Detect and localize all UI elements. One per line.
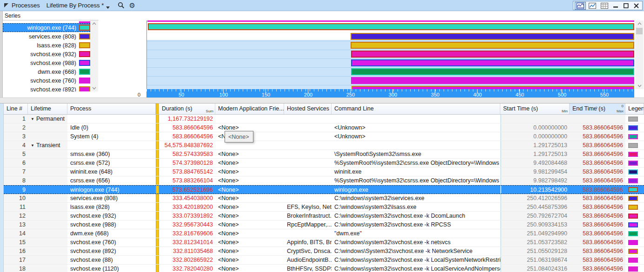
- col-header-end-time[interactable]: End Time (s) 0 Max: [570, 104, 625, 114]
- time-axis-ruler[interactable]: 050100150200250300350400450500550: [146, 89, 634, 97]
- lifetime-chart[interactable]: 050100150200250300350400450500550: [99, 11, 644, 103]
- scroll-down-icon[interactable]: [90, 85, 98, 91]
- col-header-lifetime[interactable]: Lifetime: [28, 104, 67, 114]
- series-scrollbar[interactable]: [90, 20, 98, 91]
- cell-end-time: [570, 115, 625, 123]
- series-item[interactable]: services.exe (808): [3, 32, 90, 41]
- cell-duration: 583.866064596: [159, 132, 215, 141]
- cell-modern-app: <None>: [215, 159, 284, 167]
- col-header-command-line[interactable]: Command Line: [332, 104, 500, 114]
- panel-splitter[interactable]: [0, 97, 644, 103]
- preset-dropdown-caret-icon[interactable]: [106, 4, 110, 7]
- chart-bar[interactable]: [351, 77, 634, 84]
- cell-lifetime: ▼Permanent: [28, 115, 67, 123]
- chart-bar[interactable]: [148, 23, 634, 30]
- table-row[interactable]: 12 svchost.exe (932) 333.073391892 <None…: [4, 212, 644, 220]
- table-row[interactable]: 10 services.exe (808) 333.454038000 <Non…: [4, 194, 644, 203]
- col-header-start-time[interactable]: Start Time (s)Min: [500, 104, 570, 114]
- expander-triangle-icon[interactable]: ▼: [31, 142, 34, 149]
- scroll-thumb[interactable]: [636, 28, 643, 34]
- table-row[interactable]: 16 svchost.exe (892) 332.811035468 <None…: [4, 247, 644, 256]
- cell-hosted-services: [284, 159, 332, 167]
- cell-line-number: 2: [4, 123, 28, 132]
- col-header-duration[interactable]: Duration (s)Sum: [159, 104, 215, 114]
- table-row[interactable]: 13 svchost.exe (988) 332.956730443 <None…: [4, 220, 644, 229]
- cell-hosted-services: [284, 132, 332, 141]
- collapse-triangle-icon[interactable]: [4, 3, 9, 8]
- chart-gridline: [147, 67, 634, 68]
- chart-bar[interactable]: [351, 68, 634, 75]
- cell-duration: 333.454038000: [159, 194, 215, 202]
- table-row[interactable]: 2 Idle (0) 583.866064596 <None> <Unknown…: [4, 123, 644, 132]
- cell-end-time: 583.866064596: [570, 141, 625, 149]
- chart-plot-area[interactable]: [146, 20, 634, 89]
- aggregation-label: Max: [617, 109, 624, 113]
- cell-process: Idle (0): [67, 123, 156, 132]
- table-row[interactable]: 4 ▼Transient 54,575.848387692 1.29172501…: [4, 141, 644, 150]
- table-row[interactable]: 3 System (4) 583.866064596 <No <Unknown>…: [4, 132, 644, 141]
- table-row[interactable]: 5 smss.exe (360) 582.574339583 <None> \S…: [4, 150, 644, 159]
- cell-line-number: 1: [4, 115, 28, 123]
- series-panel-header: Series: [3, 11, 99, 20]
- col-header-hosted-services[interactable]: Hosted Services: [284, 104, 332, 114]
- chart-bar[interactable]: [351, 59, 634, 66]
- cell-duration: 332.812341014: [159, 238, 215, 246]
- graphing-element-bar[interactable]: [156, 104, 159, 114]
- cell-command-line: <Unknown>: [332, 132, 500, 141]
- chart-and-table-view-button[interactable]: [575, 2, 586, 10]
- chart-bar[interactable]: [351, 42, 634, 49]
- series-item[interactable]: dwm.exe (668): [3, 67, 90, 76]
- cell-modern-app: <None>: [215, 203, 284, 211]
- chart-scrollbar[interactable]: [635, 20, 644, 89]
- series-item[interactable]: svchost.exe (932): [3, 50, 90, 58]
- cell-modern-app: <None>: [215, 168, 284, 176]
- cell-line-number: 7: [4, 168, 28, 176]
- table-row[interactable]: 17 svchost.exe (88) 332.802865922 <None>…: [4, 256, 644, 265]
- chart-bar[interactable]: [352, 86, 635, 89]
- table-row[interactable]: 14 dwm.exe (668) 332.816769606 <None> "d…: [4, 229, 644, 238]
- scroll-up-icon[interactable]: [90, 20, 98, 27]
- minimize-icon[interactable]: [611, 2, 620, 10]
- gear-icon[interactable]: ⚙: [128, 1, 136, 10]
- graphing-element-bar: [156, 159, 159, 167]
- legend-swatch: [628, 134, 638, 139]
- table-row[interactable]: 7 wininit.exe (648) 573.884765142 <None>…: [4, 168, 644, 176]
- series-item[interactable]: winlogon.exe (744): [3, 23, 90, 32]
- series-item[interactable]: svchost.exe (892): [3, 85, 90, 91]
- cell-command-line: winlogon.exe: [332, 186, 500, 194]
- table-row[interactable]: 15 svchost.exe (760) 332.812341014 <None…: [4, 238, 644, 247]
- search-icon[interactable]: [117, 1, 125, 10]
- scroll-up-icon[interactable]: [635, 20, 644, 27]
- chart-only-view-button[interactable]: [587, 2, 598, 10]
- series-item-label: services.exe (808): [3, 33, 76, 40]
- col-header-legend[interactable]: Legend: [625, 104, 644, 114]
- table-row[interactable]: 11 lsass.exe (828) 333.420189200 <None> …: [4, 203, 644, 212]
- cell-end-time: 583.866064596: [570, 176, 625, 185]
- legend-swatch: [628, 187, 638, 192]
- graph-preset-name[interactable]: Lifetime By Process *: [46, 2, 104, 9]
- series-item[interactable]: svchost.exe (760): [3, 76, 90, 85]
- table-row[interactable]: 8 csrss.exe (656) 573.883266104 <None> %…: [4, 176, 644, 185]
- series-item[interactable]: svchost.exe (988): [3, 58, 90, 67]
- table-row[interactable]: 9 winlogon.exe (744) 573.652521696 <None…: [4, 185, 644, 194]
- col-header-process[interactable]: Process: [67, 104, 156, 114]
- cell-legend: [625, 159, 644, 167]
- series-item[interactable]: lsass.exe (828): [3, 41, 90, 50]
- chart-bar[interactable]: [351, 33, 634, 40]
- col-header-modern-app[interactable]: Modern Application Frie...: [215, 104, 284, 114]
- table-row[interactable]: 18 svchost.exe (1120) 332.782040280 <Non…: [4, 265, 644, 272]
- cell-lifetime: [28, 123, 67, 132]
- close-icon[interactable]: [631, 2, 641, 10]
- table-row[interactable]: 1 ▼Permanent 1,167.732129192: [4, 115, 644, 123]
- cell-start-time: 251.063198674: [500, 256, 570, 264]
- expander-triangle-icon[interactable]: ▼: [31, 115, 34, 123]
- cell-lifetime: [28, 132, 67, 141]
- maximize-icon[interactable]: [621, 2, 631, 10]
- cell-process: wininit.exe (648): [67, 168, 156, 176]
- chart-bar[interactable]: [351, 51, 634, 58]
- col-header-line[interactable]: Line #: [4, 104, 28, 114]
- table-only-view-button[interactable]: [599, 2, 610, 10]
- table-row[interactable]: 6 csrss.exe (572) 574.373980128 <None> %…: [4, 159, 644, 168]
- scroll-down-icon[interactable]: [635, 83, 644, 89]
- chart-bar[interactable]: [147, 20, 634, 22]
